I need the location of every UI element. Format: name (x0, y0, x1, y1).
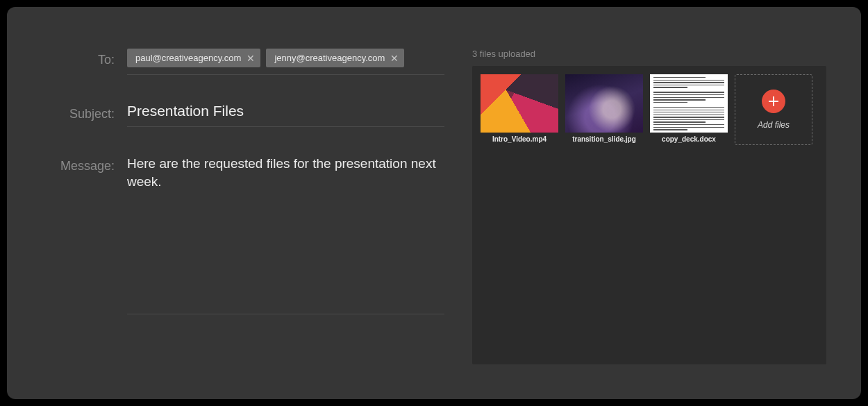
close-icon[interactable]: ✕ (247, 53, 255, 63)
close-icon[interactable]: ✕ (390, 53, 399, 63)
recipient-chips: paul@creativeagency.com✕jenny@creativeag… (127, 49, 444, 67)
file-name: Intro_Video.mp4 (481, 133, 558, 143)
to-row: To: paul@creativeagency.com✕jenny@creati… (42, 49, 444, 75)
message-row: Message: Here are the requested files fo… (42, 155, 444, 364)
compose-panel: To: paul@creativeagency.com✕jenny@creati… (7, 7, 861, 399)
recipient-email: paul@creativeagency.com (135, 53, 241, 63)
upload-panel: 3 files uploaded Intro_Video.mp4transiti… (472, 49, 826, 364)
file-tile[interactable]: transition_slide.jpg (565, 74, 643, 145)
plus-icon (762, 90, 785, 113)
recipient-email: jenny@creativeagency.com (274, 53, 385, 63)
file-name: transition_slide.jpg (565, 133, 643, 143)
recipient-chip[interactable]: jenny@creativeagency.com✕ (266, 49, 404, 67)
subject-label: Subject: (42, 103, 115, 121)
file-tile[interactable]: copy_deck.docx (650, 74, 728, 145)
message-field[interactable]: Here are the requested files for the pre… (127, 155, 444, 314)
file-name: copy_deck.docx (650, 133, 728, 143)
compose-form: To: paul@creativeagency.com✕jenny@creati… (42, 49, 444, 364)
upload-count-label: 3 files uploaded (472, 49, 826, 59)
file-dropzone[interactable]: Intro_Video.mp4transition_slide.jpgcopy_… (472, 66, 826, 364)
file-thumbnail (650, 74, 728, 133)
add-files-button[interactable]: Add files (735, 74, 812, 145)
subject-row: Subject: Presentation Files (42, 103, 444, 127)
recipient-chip[interactable]: paul@creativeagency.com✕ (127, 49, 260, 67)
add-files-label: Add files (758, 120, 790, 130)
subject-value: Presentation Files (127, 103, 244, 119)
to-label: To: (42, 49, 115, 67)
to-field[interactable]: paul@creativeagency.com✕jenny@creativeag… (127, 49, 444, 75)
message-label: Message: (42, 155, 115, 174)
subject-field[interactable]: Presentation Files (127, 103, 444, 127)
file-tile[interactable]: Intro_Video.mp4 (481, 74, 558, 145)
file-thumbnail (565, 74, 643, 133)
file-thumbnail (481, 74, 558, 133)
